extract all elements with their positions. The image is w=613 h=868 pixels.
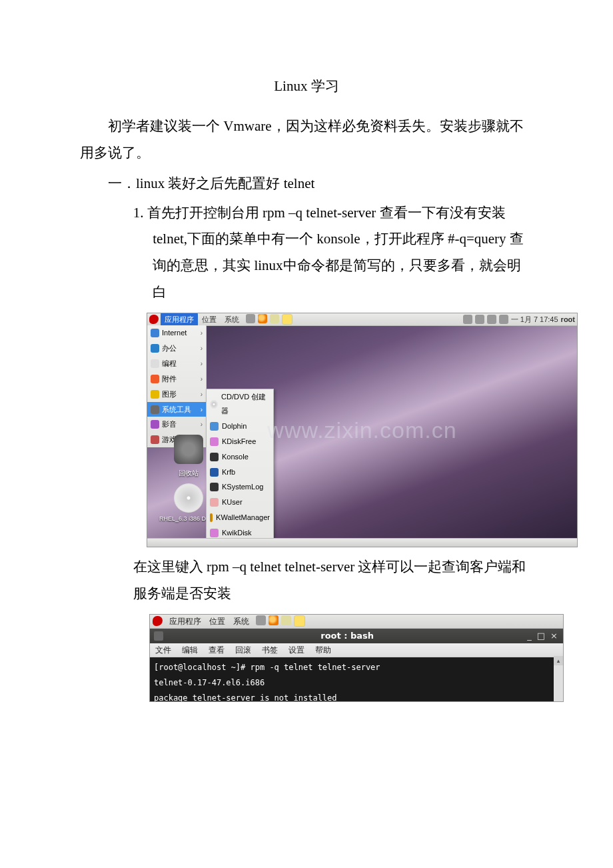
maximize-button[interactable]: □ [537, 628, 545, 645]
window-titlebar[interactable]: root : bash _ □ × [150, 629, 563, 643]
chevron-right-icon: › [201, 418, 203, 431]
firefox-icon[interactable] [269, 615, 279, 625]
terminal-icon [210, 453, 219, 461]
term-line: telnet-0.17-47.el6.i686 [154, 675, 559, 691]
games-icon [151, 435, 159, 444]
menu-edit[interactable]: 编辑 [177, 643, 203, 658]
user-icon [210, 498, 219, 507]
menu-graphics[interactable]: 图形› [147, 387, 206, 402]
nautilus-icon[interactable] [281, 615, 291, 625]
terminal-output[interactable]: [root@localhost ~]# rpm -q telnet telnet… [150, 657, 563, 702]
submenu-konsole[interactable]: Konsole [207, 449, 273, 465]
screenshot-gnome-menu: 应用程序 位置 系统 一 1月 7 17:45 root Internet› 办… [147, 313, 578, 547]
topbar-places[interactable]: 位置 [198, 313, 221, 326]
chevron-right-icon: › [201, 327, 203, 339]
chevron-right-icon: › [201, 373, 203, 385]
terminal-menubar: 文件 编辑 查看 回滚 书签 设置 帮助 [150, 643, 563, 657]
note-icon[interactable] [294, 615, 305, 627]
topbar-system[interactable]: 系统 [221, 313, 243, 326]
submenu-kwallet[interactable]: KWalletManager [207, 510, 273, 525]
network-icon[interactable] [499, 315, 508, 324]
cd-icon [210, 400, 218, 409]
submenu-ksystemlog[interactable]: KSystemLog [207, 479, 273, 495]
systemtools-icon [151, 405, 159, 414]
submenu-dolphin[interactable]: Dolphin [207, 419, 273, 434]
term-line: package telnet-server is not installed [154, 691, 559, 702]
menu-file[interactable]: 文件 [150, 643, 177, 658]
terminal-icon [154, 631, 163, 641]
minimize-button[interactable]: _ [527, 628, 532, 645]
wallet-icon [210, 513, 213, 522]
av-icon [151, 420, 159, 429]
globe-icon [151, 329, 159, 337]
accessories-icon [151, 375, 159, 383]
menu-help[interactable]: 帮助 [310, 643, 336, 658]
system-tools-submenu: CD/DVD 创建器 Dolphin KDiskFree Konsole Krf… [206, 389, 274, 547]
tray-icon[interactable] [463, 315, 472, 324]
chevron-right-icon: › [201, 357, 203, 370]
menu-scrollback[interactable]: 回滚 [230, 643, 257, 658]
disk-icon [210, 529, 219, 537]
nautilus-icon[interactable] [270, 314, 279, 323]
topbar-places[interactable]: 位置 [205, 614, 229, 629]
menu-programming[interactable]: 编程› [147, 356, 206, 371]
disk-icon [210, 437, 219, 446]
gnome-top-panel-2: 应用程序 位置 系统 [150, 615, 563, 629]
menu-internet[interactable]: Internet› [147, 325, 206, 341]
topbar-system[interactable]: 系统 [229, 614, 253, 629]
screenshot-terminal: 应用程序 位置 系统 root : bash _ □ × 文件 编辑 查看 回滚 [149, 614, 564, 702]
menu-system-tools[interactable]: 系统工具› [147, 402, 206, 417]
office-icon [151, 344, 159, 353]
redhat-icon [153, 616, 163, 626]
log-icon [210, 483, 219, 491]
window-title: root : bash [167, 628, 527, 645]
term-line: [root@localhost ~]# rpm -q telnet telnet… [154, 660, 559, 675]
folder-icon [210, 422, 219, 431]
menu-view[interactable]: 查看 [203, 643, 230, 658]
panel-icon[interactable] [246, 314, 255, 323]
submenu-kuser[interactable]: KUser [207, 495, 273, 510]
tray-icon[interactable] [475, 315, 484, 324]
applications-menu: Internet› 办公› 编程› 附件› 图形› 系统工具› 影音› 游戏› [147, 325, 207, 447]
menu-settings[interactable]: 设置 [283, 643, 310, 658]
page-title: Linux 学习 [80, 73, 533, 100]
user-label[interactable]: root [561, 313, 575, 326]
list-item-1: 1. 首先打开控制台用 rpm –q telnet-server 查看一下有没有… [80, 200, 533, 307]
gnome-top-panel: 应用程序 位置 系统 一 1月 7 17:45 root [147, 313, 577, 326]
menu-accessories[interactable]: 附件› [147, 371, 206, 387]
scroll-up-icon[interactable]: ▴ [554, 656, 563, 665]
menu-bookmarks[interactable]: 书签 [257, 643, 283, 658]
scrollbar[interactable]: ▴ [554, 656, 563, 701]
close-button[interactable]: × [550, 628, 558, 645]
section-heading-1: 一．linux 装好之后先配置好 telnet [80, 171, 533, 197]
paragraph-after-shot1: 在这里键入 rpm –q telnet telnet-server 这样可以一起… [80, 554, 533, 607]
submenu-kdiskfree[interactable]: KDiskFree [207, 434, 273, 449]
menu-av[interactable]: 影音› [147, 417, 206, 432]
submenu-cddvd[interactable]: CD/DVD 创建器 [207, 389, 273, 419]
chevron-right-icon: › [201, 388, 203, 401]
topbar-applications[interactable]: 应用程序 [165, 614, 205, 629]
document-page: Linux 学习 初学者建议装一个 Vmware，因为这样必免资料丢失。安装步骤… [0, 0, 613, 749]
menu-office[interactable]: 办公› [147, 341, 206, 356]
panel-icon[interactable] [256, 615, 266, 625]
note-icon[interactable] [282, 314, 293, 325]
watermark-text: www.zixin.com.cn [267, 409, 456, 452]
paragraph-intro: 初学者建议装一个 Vmware，因为这样必免资料丢失。安装步骤就不用多说了。 [80, 113, 533, 167]
clock-text[interactable]: 一 1月 7 17:45 [511, 313, 558, 326]
submenu-krfb[interactable]: Krfb [207, 465, 273, 480]
programming-icon [151, 359, 159, 368]
firefox-icon[interactable] [258, 314, 267, 323]
chevron-right-icon: › [201, 342, 203, 355]
disc-icon[interactable] [174, 483, 203, 513]
volume-icon[interactable] [487, 315, 496, 324]
trash-icon[interactable] [174, 435, 203, 464]
chevron-right-icon: › [201, 403, 203, 416]
graphics-icon [151, 390, 159, 399]
krfb-icon [210, 468, 219, 477]
gnome-bottom-panel [147, 538, 577, 547]
redhat-icon [149, 315, 159, 324]
